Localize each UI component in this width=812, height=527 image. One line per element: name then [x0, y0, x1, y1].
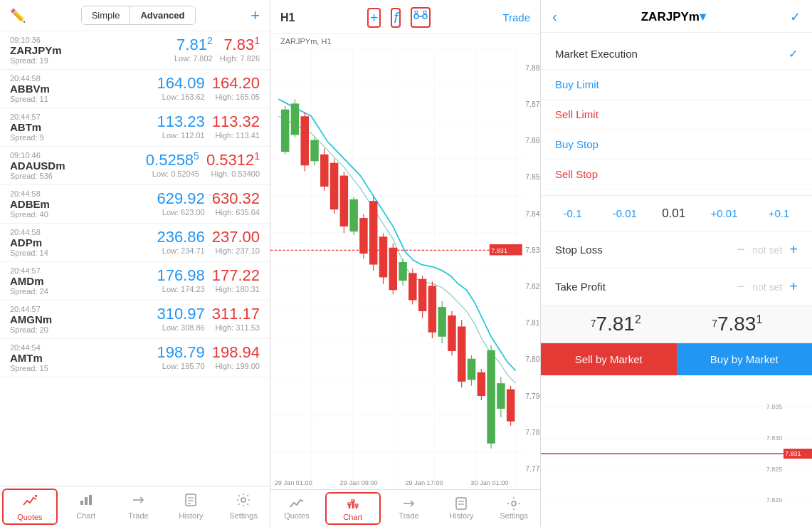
quote-time: 20:44:58 [10, 228, 157, 236]
quote-item-4[interactable]: 20:44:58 ADBEm Spread: 40 629.92 Low: 62… [0, 185, 270, 224]
quote-item-2[interactable]: 20:44:57 ABTm Spread: 9 113.23 Low: 112.… [0, 108, 270, 147]
stop-loss-minus-button[interactable]: − [737, 241, 746, 258]
quote-bid: 7.812 Low: 7.802 [174, 36, 213, 63]
svg-text:29 Jan 01:00: 29 Jan 01:00 [275, 479, 312, 486]
volume-minus-001-button[interactable]: -0.01 [607, 204, 643, 222]
bid-price: 0.52585 [146, 151, 199, 169]
ask-price: 113.32 [212, 113, 260, 131]
volume-minus-01-button[interactable]: -0.1 [558, 204, 588, 222]
svg-rect-42 [349, 199, 357, 231]
sl-tp-section: Stop Loss − not set + Take Profit − not … [541, 231, 812, 306]
svg-rect-75 [497, 383, 505, 409]
quote-item-7[interactable]: 20:44:57 AMGNm Spread: 20 310.97 Low: 30… [0, 301, 270, 339]
tab-simple[interactable]: Simple [82, 6, 131, 24]
take-profit-minus-button[interactable]: − [737, 278, 746, 295]
sell-by-market-button[interactable]: Sell by Market [541, 343, 677, 375]
order-type-sell-limit-label: Sell Limit [555, 108, 599, 120]
symbol-text: ZARJPYm [641, 10, 700, 24]
add-tool-button[interactable]: + [367, 8, 381, 28]
quote-item-3[interactable]: 09:10:46 ADAUSDm Spread: 536 0.52585 Low… [0, 147, 270, 185]
svg-rect-89 [456, 498, 466, 509]
history-icon-nav2 [453, 496, 469, 511]
quote-item-0[interactable]: 09:10:36 ZARJPYm Spread: 19 7.812 Low: 7… [0, 31, 270, 70]
function-tool-button[interactable]: f [391, 8, 401, 28]
ask-high: High: 311.53 [216, 323, 260, 332]
svg-rect-63 [438, 307, 445, 337]
nav-item-trade[interactable]: Trade [112, 486, 165, 527]
buy-by-market-button[interactable]: Buy by Market [677, 343, 813, 375]
ask-high: High: 165.05 [216, 93, 260, 101]
chart-nav-history[interactable]: History [435, 490, 487, 527]
stop-loss-value: not set [752, 244, 782, 256]
stop-loss-plus-button[interactable]: + [789, 241, 798, 258]
svg-text:29 Jan 17:00: 29 Jan 17:00 [406, 479, 443, 486]
svg-rect-85 [348, 503, 351, 505]
order-type-buy-stop[interactable]: Buy Stop [541, 130, 812, 160]
quote-bid: 176.98 Low: 174.23 [157, 266, 204, 293]
order-type-market[interactable]: Market Execution ✓ [541, 38, 812, 70]
svg-text:7.870: 7.870 [525, 100, 540, 108]
bid-price: 198.79 [157, 343, 204, 362]
take-profit-controls: − not set + [737, 278, 798, 295]
quote-info: 09:10:36 ZARJPYm Spread: 19 [10, 36, 174, 65]
trade-buttons: Sell by Market Buy by Market [541, 343, 812, 375]
svg-rect-28 [281, 110, 289, 152]
quote-time: 20:44:58 [10, 74, 157, 83]
volume-plus-001-button[interactable]: +0.01 [705, 204, 744, 222]
svg-rect-87 [355, 504, 358, 506]
chart-nav-quotes[interactable]: Quotes [270, 490, 323, 527]
settings-label-nav1: Settings [229, 511, 258, 520]
quote-item-5[interactable]: 20:44:58 ADPm Spread: 14 236.86 Low: 234… [0, 224, 270, 262]
chart-bottom-nav: Quotes Chart Trade History Settings [270, 489, 540, 527]
order-type-buy-limit[interactable]: Buy Limit [541, 70, 812, 100]
sell-price-display: 77.812 [591, 313, 641, 335]
ask-high: High: 237.10 [216, 246, 260, 255]
nav-item-settings[interactable]: Settings [217, 486, 270, 527]
bid-price: 164.09 [157, 74, 204, 93]
nav-item-history[interactable]: History [164, 486, 217, 527]
quote-item-6[interactable]: 20:44:57 AMDm Spread: 24 176.98 Low: 174… [0, 262, 270, 301]
bid-price: 7.812 [176, 36, 213, 54]
quote-time: 20:44:54 [10, 343, 157, 352]
nav-item-chart[interactable]: Chart [60, 486, 112, 527]
svg-text:7.820: 7.820 [766, 496, 783, 503]
svg-text:7.810: 7.810 [525, 318, 540, 327]
ask-price: 0.53121 [206, 151, 260, 169]
chart-nav-chart[interactable]: Chart [325, 492, 381, 525]
svg-rect-2 [89, 495, 92, 505]
chart-nav-settings[interactable]: Settings [487, 490, 540, 527]
tab-advanced[interactable]: Advanced [130, 6, 194, 24]
nav-item-quotes[interactable]: Quotes [2, 489, 58, 525]
svg-point-13 [423, 11, 426, 14]
bottom-nav-quotes: Quotes Chart Trade History Settings [0, 486, 270, 527]
edit-icon[interactable]: ✏️ [10, 8, 26, 24]
chart-nav-trade[interactable]: Trade [383, 490, 436, 527]
objects-tool-button[interactable] [411, 7, 431, 28]
quote-item-8[interactable]: 20:44:54 AMTm Spread: 15 198.79 Low: 195… [0, 339, 270, 377]
chart-label-nav1: Chart [76, 511, 95, 520]
svg-text:7.825: 7.825 [766, 466, 783, 473]
chart-symbol-label: ZARJPYm, H1 [270, 34, 540, 48]
back-button[interactable]: ‹ [552, 9, 557, 25]
trade-mini-chart: 7.831 7.835 7.830 7.825 7.820 [541, 375, 812, 527]
trade-confirm-button[interactable]: ✓ [790, 9, 801, 25]
svg-text:7.830: 7.830 [525, 246, 540, 254]
trade-icon-nav1 [130, 492, 146, 511]
order-type-sell-limit[interactable]: Sell Limit [541, 100, 812, 130]
ask-price: 198.94 [212, 343, 260, 362]
volume-plus-01-button[interactable]: +0.1 [763, 204, 796, 222]
chart-trade-button[interactable]: Trade [502, 11, 530, 24]
add-quotes-button[interactable]: + [251, 6, 260, 25]
quote-info: 20:44:57 AMGNm Spread: 20 [10, 305, 157, 334]
order-type-sell-stop[interactable]: Sell Stop [541, 160, 812, 189]
chart-area[interactable]: 7.880 7.870 7.860 7.850 7.840 7.830 7.82… [270, 48, 540, 489]
take-profit-plus-button[interactable]: + [789, 278, 798, 295]
chart-timeframe: H1 [280, 11, 295, 24]
svg-text:7.860: 7.860 [525, 136, 540, 145]
svg-text:7.831: 7.831 [491, 247, 507, 254]
svg-rect-34 [310, 140, 318, 162]
svg-rect-69 [468, 359, 475, 380]
quote-item-1[interactable]: 20:44:58 ABBVm Spread: 11 164.09 Low: 16… [0, 70, 270, 108]
svg-rect-59 [418, 279, 426, 311]
symbol-dropdown-arrow[interactable]: ▾ [700, 10, 706, 24]
